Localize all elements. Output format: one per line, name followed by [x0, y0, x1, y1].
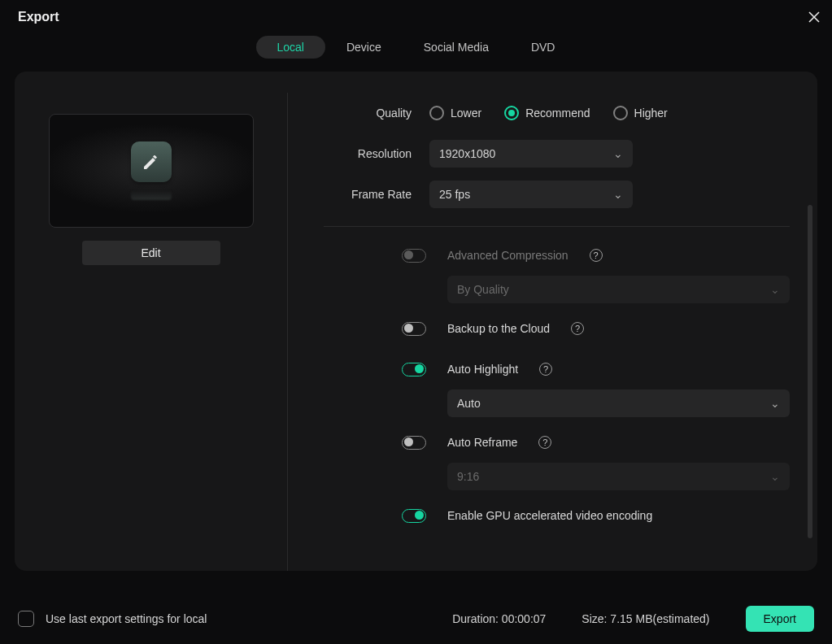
chevron-down-icon: ⌄	[613, 188, 623, 201]
backup-cloud-label: Backup to the Cloud	[447, 322, 550, 335]
video-preview	[49, 114, 254, 228]
tab-local[interactable]: Local	[256, 36, 325, 59]
use-last-settings-label: Use last export settings for local	[46, 612, 207, 625]
help-icon[interactable]: ?	[539, 363, 552, 376]
quality-lower[interactable]: Lower	[429, 106, 481, 120]
help-icon[interactable]: ?	[590, 249, 603, 262]
advanced-compression-mode-value: By Quality	[457, 283, 509, 296]
chevron-down-icon: ⌄	[770, 397, 780, 410]
auto-reframe-label: Auto Reframe	[447, 436, 517, 449]
preview-column: Edit	[15, 93, 288, 571]
tab-dvd[interactable]: DVD	[510, 36, 577, 59]
size-stat: Size: 7.15 MB(estimated)	[582, 612, 709, 625]
preview-reflection	[131, 190, 172, 200]
auto-reframe-toggle[interactable]	[402, 436, 426, 450]
auto-highlight-mode-value: Auto	[457, 397, 481, 410]
help-icon[interactable]: ?	[571, 322, 584, 335]
backup-cloud-toggle[interactable]	[402, 322, 426, 336]
divider	[324, 226, 790, 227]
quality-label: Quality	[324, 107, 429, 120]
export-tabs: Local Device Social Media DVD	[0, 36, 832, 59]
use-last-settings-checkbox[interactable]	[18, 611, 34, 627]
quality-higher-label: Higher	[634, 107, 668, 120]
framerate-label: Frame Rate	[324, 188, 429, 201]
resolution-label: Resolution	[324, 147, 429, 160]
chevron-down-icon: ⌄	[770, 283, 780, 296]
advanced-compression-toggle	[402, 249, 426, 263]
window-title: Export	[18, 10, 59, 24]
quality-recommend[interactable]: Recommend	[504, 106, 590, 120]
advanced-compression-label: Advanced Compression	[447, 249, 568, 262]
auto-reframe-ratio: 9:16 ⌄	[447, 463, 790, 490]
quality-lower-label: Lower	[451, 107, 481, 120]
auto-reframe-ratio-value: 9:16	[457, 470, 479, 483]
duration-stat: Duration: 00:00:07	[452, 612, 546, 625]
auto-highlight-label: Auto Highlight	[447, 363, 518, 376]
gpu-encoding-label: Enable GPU accelerated video encoding	[447, 509, 652, 522]
framerate-value: 25 fps	[439, 188, 470, 201]
scrollbar[interactable]	[808, 205, 812, 538]
auto-highlight-mode[interactable]: Auto ⌄	[447, 389, 790, 417]
settings-panel: Edit Quality Lower Recommend Higher	[15, 72, 817, 571]
tab-device[interactable]: Device	[325, 36, 403, 59]
resolution-value: 1920x1080	[439, 147, 495, 160]
help-icon[interactable]: ?	[538, 436, 551, 449]
footer: Use last export settings for local Durat…	[0, 594, 832, 644]
export-button[interactable]: Export	[746, 606, 814, 632]
quality-recommend-label: Recommend	[525, 107, 590, 120]
chevron-down-icon: ⌄	[613, 147, 623, 160]
chevron-down-icon: ⌄	[770, 470, 780, 483]
settings-column: Quality Lower Recommend Higher Resolutio…	[288, 93, 817, 571]
framerate-select[interactable]: 25 fps ⌄	[429, 181, 633, 208]
resolution-select[interactable]: 1920x1080 ⌄	[429, 140, 633, 168]
close-icon[interactable]	[808, 11, 821, 24]
auto-highlight-toggle[interactable]	[402, 363, 426, 376]
tab-social-media[interactable]: Social Media	[403, 36, 510, 59]
edit-button[interactable]: Edit	[82, 241, 220, 265]
gpu-encoding-toggle[interactable]	[402, 509, 426, 523]
pencil-icon	[131, 141, 172, 182]
advanced-compression-mode: By Quality ⌄	[447, 276, 790, 303]
quality-higher[interactable]: Higher	[613, 106, 668, 120]
